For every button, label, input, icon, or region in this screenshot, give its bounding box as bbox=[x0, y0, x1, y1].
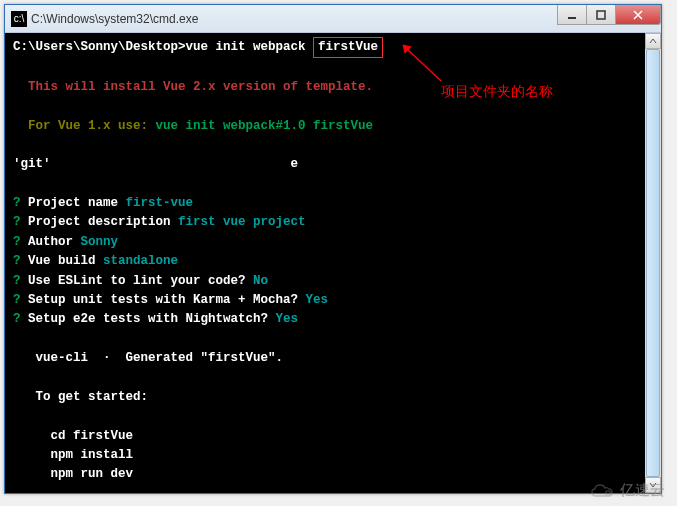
question-vue-build: ? Vue build standalone bbox=[13, 252, 653, 271]
cloud-icon bbox=[590, 482, 616, 500]
chevron-up-icon bbox=[649, 37, 657, 45]
window-controls bbox=[558, 5, 661, 25]
minimize-button[interactable] bbox=[557, 5, 587, 25]
svg-line-2 bbox=[406, 48, 441, 81]
project-name-highlight: firstVue bbox=[313, 37, 383, 58]
vue1-hint: For Vue 1.x use: vue init webpack#1.0 fi… bbox=[13, 117, 653, 136]
get-started-label: To get started: bbox=[13, 388, 653, 407]
question-nightwatch: ? Setup e2e tests with Nightwatch? Yes bbox=[13, 310, 653, 329]
cmd-cd: cd firstVue bbox=[13, 427, 653, 446]
question-eslint: ? Use ESLint to lint your code? No bbox=[13, 272, 653, 291]
minimize-icon bbox=[567, 10, 577, 20]
vertical-scrollbar[interactable] bbox=[645, 33, 661, 493]
generated-message: vue-cli · Generated "firstVue". bbox=[13, 349, 653, 368]
watermark-text: 亿速云 bbox=[620, 481, 665, 500]
maximize-icon bbox=[596, 10, 606, 20]
question-description: ? Project description first vue project bbox=[13, 213, 653, 232]
cmd-icon: c:\ bbox=[11, 11, 27, 27]
cmd-npm-run-dev: npm run dev bbox=[13, 465, 653, 484]
prompt-line: C:\Users\Sonny\Desktop>vue init webpack … bbox=[13, 37, 653, 58]
question-project-name: ? Project name first-vue bbox=[13, 194, 653, 213]
svg-point-4 bbox=[606, 490, 610, 494]
svg-rect-1 bbox=[597, 11, 605, 19]
install-message: This will install Vue 2.x version of tem… bbox=[13, 78, 653, 97]
cmd-window: c:\ C:\Windows\system32\cmd.exe C:\Users… bbox=[4, 4, 662, 494]
scroll-up-button[interactable] bbox=[645, 33, 661, 49]
question-author: ? Author Sonny bbox=[13, 233, 653, 252]
close-button[interactable] bbox=[615, 5, 661, 25]
scroll-track[interactable] bbox=[645, 49, 661, 477]
window-title: C:\Windows\system32\cmd.exe bbox=[31, 12, 198, 26]
git-line: 'git' е bbox=[13, 155, 653, 174]
close-icon bbox=[633, 10, 643, 20]
question-karma: ? Setup unit tests with Karma + Mocha? Y… bbox=[13, 291, 653, 310]
annotation-text: 项目文件夹的名称 bbox=[441, 81, 553, 103]
terminal-area[interactable]: C:\Users\Sonny\Desktop>vue init webpack … bbox=[5, 33, 661, 493]
scroll-thumb[interactable] bbox=[646, 49, 660, 477]
cmd-npm-install: npm install bbox=[13, 446, 653, 465]
maximize-button[interactable] bbox=[586, 5, 616, 25]
svg-rect-0 bbox=[568, 17, 576, 19]
titlebar[interactable]: c:\ C:\Windows\system32\cmd.exe bbox=[5, 5, 661, 33]
watermark: 亿速云 bbox=[590, 481, 665, 500]
